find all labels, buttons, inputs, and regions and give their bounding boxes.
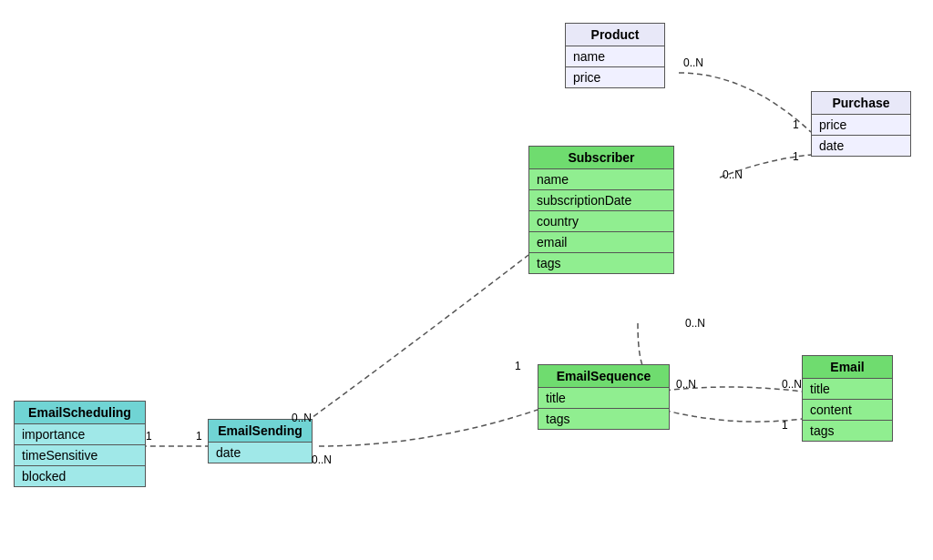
label-emailseq-email-1: 1 xyxy=(782,419,788,432)
label-sub-emailseq-1: 1 xyxy=(515,360,521,372)
email-attr-tags: tags xyxy=(803,421,892,441)
emailsequence-attr-tags: tags xyxy=(538,409,669,429)
purchase-attr-price: price xyxy=(812,115,910,136)
subscriber-header: Subscriber xyxy=(529,147,673,169)
emailsending-class: EmailSending date xyxy=(208,419,313,463)
emailscheduling-class: EmailScheduling importance timeSensitive… xyxy=(14,401,146,487)
purchase-header: Purchase xyxy=(812,92,910,115)
label-emailsched-1a: 1 xyxy=(146,430,152,443)
emailsequence-class: EmailSequence title tags xyxy=(538,364,670,430)
label-sub-purchase-n: 0..N xyxy=(723,168,743,181)
subscriber-attr-subdate: subscriptionDate xyxy=(529,190,673,211)
emailsending-attr-date: date xyxy=(209,443,312,463)
purchase-attr-date: date xyxy=(812,136,910,156)
label-emailsched-1b: 1 xyxy=(196,430,202,443)
emailscheduling-attr-importance: importance xyxy=(15,424,145,445)
product-attr-price: price xyxy=(566,67,664,87)
emailsequence-attr-title: title xyxy=(538,388,669,409)
label-sub-emailseq-n: 0..N xyxy=(685,317,705,330)
emailsequence-header: EmailSequence xyxy=(538,365,669,388)
email-class: Email title content tags xyxy=(802,355,893,442)
subscriber-attr-country: country xyxy=(529,211,673,232)
purchase-class: Purchase price date xyxy=(811,91,911,157)
label-emailsending-sub-n: 0..N xyxy=(292,412,312,424)
diagram-container: .dashed { stroke: #555; stroke-width: 1.… xyxy=(0,0,933,560)
emailscheduling-header: EmailScheduling xyxy=(15,402,145,424)
label-emailseq-email-n2: 0..N xyxy=(782,378,802,391)
emailscheduling-attr-blocked: blocked xyxy=(15,466,145,486)
product-header: Product xyxy=(566,24,664,46)
product-class: Product name price xyxy=(565,23,665,88)
email-header: Email xyxy=(803,356,892,379)
subscriber-attr-tags: tags xyxy=(529,253,673,273)
label-product-n: 0..N xyxy=(683,56,703,69)
product-attr-name: name xyxy=(566,46,664,67)
email-attr-content: content xyxy=(803,400,892,421)
label-emailsending-emailseq-n: 0..N xyxy=(312,453,332,466)
email-attr-title: title xyxy=(803,379,892,400)
label-emailseq-email-n1: 0..N xyxy=(676,378,696,391)
label-sub-purchase-1: 1 xyxy=(793,150,799,163)
subscriber-attr-email: email xyxy=(529,232,673,253)
subscriber-attr-name: name xyxy=(529,169,673,190)
emailscheduling-attr-timesensitive: timeSensitive xyxy=(15,445,145,466)
label-product-1: 1 xyxy=(793,118,799,131)
subscriber-class: Subscriber name subscriptionDate country… xyxy=(528,146,674,274)
